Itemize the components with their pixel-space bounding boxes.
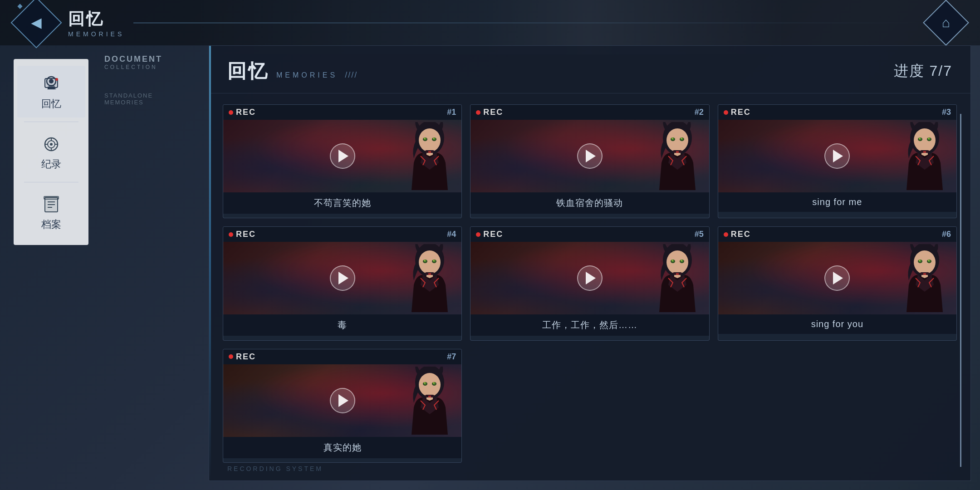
svg-point-76	[914, 250, 936, 274]
memory-card-2[interactable]: REC #2	[470, 104, 709, 218]
memory-card-7[interactable]: REC #7	[223, 349, 462, 463]
memory-card-3[interactable]: REC #3	[718, 104, 957, 218]
sidebar-divider-1	[24, 122, 78, 122]
svg-point-10	[50, 143, 53, 146]
svg-point-26	[424, 138, 426, 139]
card-thumbnail-5	[470, 242, 709, 314]
card-number-7: #7	[447, 352, 456, 362]
main-panel: 回忆 MEMORIES //// 进度 7/7 REC #1	[209, 45, 971, 481]
svg-point-38	[681, 138, 682, 139]
svg-point-93	[433, 382, 435, 383]
rec-dot-3	[724, 110, 728, 115]
memory-card-5[interactable]: REC #5	[470, 226, 709, 340]
card-top-bar-4: REC #4	[223, 227, 461, 242]
char-figure-1	[405, 122, 455, 190]
play-icon-3	[833, 150, 843, 162]
sidebar: 回忆 纪录 档案	[14, 59, 88, 245]
play-icon-7	[338, 394, 348, 407]
rec-dot-1	[229, 110, 233, 115]
header-title: 回忆 MEMORIES	[68, 8, 124, 38]
play-icon-2	[586, 150, 596, 162]
memory-card-4[interactable]: REC #4	[223, 226, 462, 340]
card-thumbnail-3	[718, 120, 956, 192]
rec-dot-4	[229, 232, 233, 237]
svg-point-92	[424, 382, 426, 383]
play-button-2[interactable]	[577, 143, 603, 169]
play-button-7[interactable]	[330, 388, 355, 413]
rec-badge-7: REC	[229, 352, 256, 362]
svg-point-7	[55, 78, 58, 81]
svg-rect-63	[428, 273, 431, 275]
sidebar-divider-2	[24, 182, 78, 182]
rec-badge-5: REC	[476, 230, 503, 239]
home-button[interactable]: ⌂	[926, 2, 966, 43]
svg-rect-52	[923, 151, 926, 153]
back-button[interactable]: ◀	[14, 0, 59, 45]
memories-icon	[40, 73, 63, 95]
svg-rect-74	[676, 273, 679, 275]
play-icon-5	[586, 272, 596, 284]
rec-badge-4: REC	[229, 230, 256, 239]
memory-card-1[interactable]: REC #1	[223, 104, 462, 218]
char-figure-5	[652, 244, 702, 312]
scroll-decoration	[960, 114, 961, 467]
svg-point-37	[671, 138, 673, 139]
sidebar-archive-label: 档案	[41, 218, 61, 231]
standalone-label: STANDALONE	[104, 92, 200, 99]
sidebar-item-records[interactable]: 纪录	[17, 126, 85, 178]
play-icon-4	[338, 272, 348, 284]
cards-grid: REC #1	[209, 93, 970, 474]
char-figure-6	[900, 244, 950, 312]
doc-collection-sub: COLLECTION	[104, 64, 200, 70]
rec-dot-6	[724, 232, 728, 237]
card-thumbnail-7	[223, 364, 461, 437]
svg-point-48	[919, 138, 920, 139]
sidebar-records-label: 纪录	[41, 157, 61, 171]
memories-sub-label: MEMORIES	[104, 99, 200, 106]
card-top-bar-1: REC #1	[223, 105, 461, 120]
panel-title-marks: ////	[345, 70, 358, 80]
svg-rect-19	[44, 196, 59, 199]
sidebar-memories-label: 回忆	[41, 97, 61, 111]
card-number-2: #2	[695, 108, 704, 117]
svg-point-49	[928, 138, 929, 139]
recording-system-label: RECORDING SYSTEM	[227, 465, 323, 472]
svg-point-65	[666, 250, 688, 274]
panel-header: 回忆 MEMORIES //// 进度 7/7	[209, 46, 970, 93]
rec-label-5: REC	[483, 230, 503, 239]
rec-dot-5	[476, 232, 480, 237]
card-top-bar-5: REC #5	[470, 227, 709, 242]
rec-label-6: REC	[731, 230, 751, 239]
card-number-1: #1	[447, 108, 456, 117]
sidebar-item-archive[interactable]: 档案	[17, 186, 85, 238]
svg-rect-5	[48, 87, 55, 89]
play-button-4[interactable]	[330, 265, 355, 291]
card-top-bar-7: REC #7	[223, 349, 461, 364]
card-thumbnail-4	[223, 242, 461, 314]
rec-badge-1: REC	[229, 108, 256, 117]
play-icon-1	[338, 150, 348, 162]
svg-point-59	[424, 260, 426, 261]
rec-label-7: REC	[236, 352, 256, 362]
header-title-en: MEMORIES	[68, 30, 124, 38]
play-button-1[interactable]	[330, 143, 355, 169]
card-title-3: sing for me	[718, 192, 956, 212]
card-number-3: #3	[942, 108, 951, 117]
card-title-5: 工作，工作，然后……	[470, 314, 709, 336]
card-thumbnail-2	[470, 120, 709, 192]
svg-point-43	[914, 128, 936, 152]
back-arrow-icon: ◀	[31, 15, 41, 30]
rec-label-1: REC	[236, 108, 256, 117]
sidebar-item-memories[interactable]: 回忆	[17, 66, 85, 118]
card-number-6: #6	[942, 230, 951, 239]
play-button-3[interactable]	[824, 143, 850, 169]
card-thumbnail-1	[223, 120, 461, 192]
left-accent	[209, 46, 211, 480]
memory-card-6[interactable]: REC #6	[718, 226, 957, 340]
panel-title-group: 回忆 MEMORIES ////	[227, 59, 358, 84]
svg-point-27	[433, 138, 435, 139]
play-button-5[interactable]	[577, 265, 603, 291]
archive-icon	[40, 193, 63, 216]
card-top-bar-2: REC #2	[470, 105, 709, 120]
card-title-4: 毒	[223, 314, 461, 336]
